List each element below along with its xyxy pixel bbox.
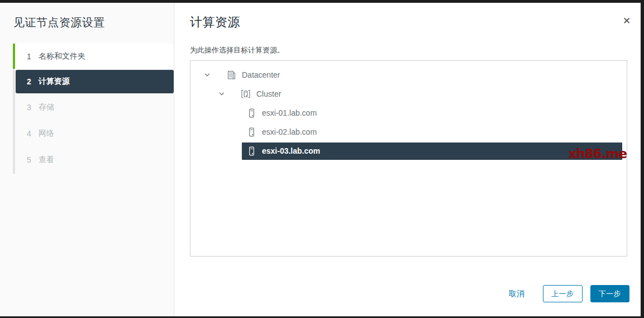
tree-node-label: Cluster (256, 89, 281, 98)
tree-row: esxi-03.lab.com (190, 141, 627, 160)
wizard-footer: 取消 上一步 下一步 (509, 285, 629, 302)
tree-row: Cluster (190, 84, 627, 103)
chevron-spacer (231, 145, 242, 156)
page-description: 为此操作选择目标计算资源。 (190, 45, 627, 55)
page-title: 计算资源 (190, 14, 627, 31)
chevron-down-icon[interactable] (216, 88, 227, 99)
step-label: 网络 (39, 129, 54, 139)
cancel-button[interactable]: 取消 (509, 289, 524, 299)
tree-node-label: esxi-02.lab.com (262, 127, 317, 136)
tree-node-datacenter[interactable]: Datacenter (213, 67, 622, 84)
host-icon (246, 146, 256, 156)
tree-node-label: esxi-03.lab.com (262, 146, 320, 155)
tree-node-cluster[interactable]: Cluster (227, 86, 622, 103)
step-number: 4 (27, 129, 35, 138)
step-label: 计算资源 (39, 77, 70, 87)
wizard-step-2[interactable]: 2计算资源 (16, 70, 174, 93)
host-icon (246, 127, 256, 137)
wizard-step-5: 5查看 (13, 147, 174, 172)
wizard-main-panel: 计算资源 ✕ 为此操作选择目标计算资源。 DatacenterClusteres… (174, 3, 641, 316)
tree-node-esxi-02-lab-com[interactable]: esxi-02.lab.com (242, 124, 622, 141)
tree-row: esxi-02.lab.com (190, 122, 627, 141)
tree-node-label: esxi-01.lab.com (262, 108, 317, 117)
datacenter-icon (226, 70, 236, 80)
back-button[interactable]: 上一步 (543, 285, 583, 302)
wizard-step-1[interactable]: 1名称和文件夹 (13, 44, 174, 69)
wizard-sidebar: 见证节点资源设置 1名称和文件夹2计算资源3存储4网络5查看 (0, 3, 174, 316)
wizard-step-4: 4网络 (13, 121, 174, 146)
close-icon[interactable]: ✕ (621, 15, 633, 27)
chevron-spacer (231, 126, 242, 137)
cluster-icon (241, 89, 251, 99)
wizard-title: 见证节点资源设置 (13, 15, 174, 30)
step-label: 名称和文件夹 (39, 51, 85, 61)
step-number: 1 (27, 52, 35, 61)
wizard-step-3: 3存储 (13, 94, 174, 120)
step-label: 存储 (39, 102, 54, 112)
tree-node-label: Datacenter (242, 70, 280, 79)
step-number: 2 (27, 77, 35, 86)
tree-node-esxi-03-lab-com[interactable]: esxi-03.lab.com (242, 143, 622, 160)
tree-row: esxi-01.lab.com (190, 103, 627, 122)
wizard-steps: 1名称和文件夹2计算资源3存储4网络5查看 (13, 44, 174, 172)
chevron-spacer (231, 107, 242, 118)
next-button[interactable]: 下一步 (590, 285, 630, 302)
step-number: 3 (27, 103, 35, 112)
step-number: 5 (27, 155, 35, 164)
wizard-dialog: 见证节点资源设置 1名称和文件夹2计算资源3存储4网络5查看 计算资源 ✕ 为此… (0, 3, 641, 316)
chevron-down-icon[interactable] (202, 69, 213, 80)
resource-tree: DatacenterClusteresxi-01.lab.comesxi-02.… (190, 60, 627, 257)
tree-node-esxi-01-lab-com[interactable]: esxi-01.lab.com (242, 105, 622, 122)
tree-row: Datacenter (190, 65, 627, 84)
step-label: 查看 (39, 155, 54, 165)
host-icon (246, 108, 256, 118)
step-progress-bar (13, 44, 15, 69)
